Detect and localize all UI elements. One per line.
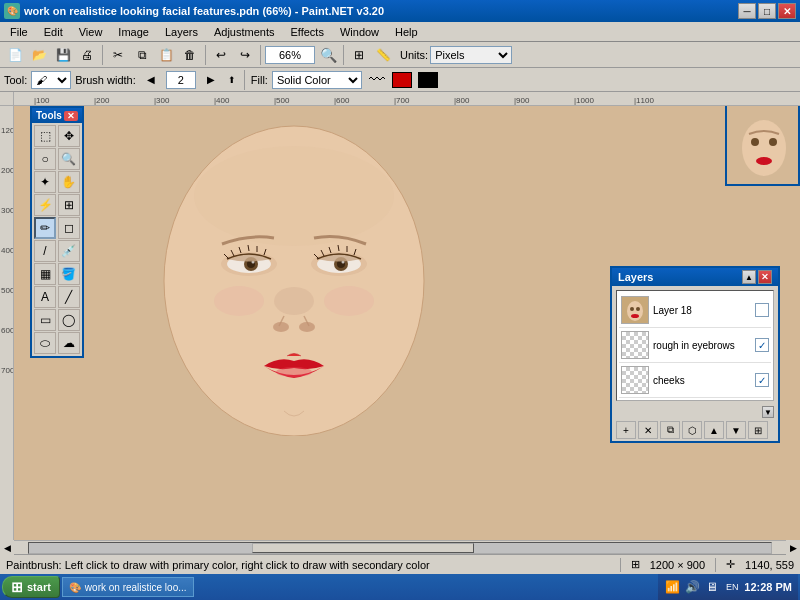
layer-check-eyebrows[interactable]: ✓ — [755, 338, 769, 352]
hscroll-track[interactable] — [28, 542, 772, 554]
tool-move[interactable]: ✥ — [58, 125, 80, 147]
tool-ellipse[interactable]: ◯ — [58, 309, 80, 331]
cut-button[interactable]: ✂ — [107, 44, 129, 66]
grid-button[interactable]: ⊞ — [348, 44, 370, 66]
tool-rectangle[interactable]: ▭ — [34, 309, 56, 331]
zoom-input[interactable] — [265, 46, 315, 64]
ruler-horizontal: |100 |200 |300 |400 |500 |600 |700 |800 … — [14, 92, 800, 106]
layer-name-18: Layer 18 — [653, 305, 751, 316]
menu-layers[interactable]: Layers — [157, 24, 206, 40]
delete-button[interactable]: 🗑 — [179, 44, 201, 66]
menu-effects[interactable]: Effects — [283, 24, 332, 40]
brush-width-input[interactable] — [166, 71, 196, 89]
open-button[interactable]: 📂 — [28, 44, 50, 66]
layer-down-button[interactable]: ▼ — [726, 421, 746, 439]
tool-line[interactable]: ╱ — [58, 286, 80, 308]
redo-button[interactable]: ↪ — [234, 44, 256, 66]
tool-recolor[interactable]: ⚡ — [34, 194, 56, 216]
ruler-mark: |100 — [34, 96, 49, 105]
layer-duplicate-button[interactable]: ⧉ — [660, 421, 680, 439]
tool-text[interactable]: A — [34, 286, 56, 308]
layer-row-cheeks[interactable]: cheeks ✓ — [619, 363, 771, 398]
print-button[interactable]: 🖨 — [76, 44, 98, 66]
maximize-button[interactable]: □ — [758, 3, 776, 19]
display-icon[interactable]: 🖥 — [704, 579, 720, 595]
rv-mark: 300 — [1, 206, 14, 215]
menu-window[interactable]: Window — [332, 24, 387, 40]
close-button[interactable]: ✕ — [778, 3, 796, 19]
tool-gradient[interactable]: ▦ — [34, 263, 56, 285]
units-select[interactable]: Pixels Inches Centimeters — [430, 46, 512, 64]
menu-image[interactable]: Image — [110, 24, 157, 40]
layer-delete-button[interactable]: ✕ — [638, 421, 658, 439]
tool-clone[interactable]: ⊞ — [58, 194, 80, 216]
tool-paintbrush[interactable]: ✏ — [34, 217, 56, 239]
menu-view[interactable]: View — [71, 24, 111, 40]
layer-row-18[interactable]: Layer 18 — [619, 293, 771, 328]
layer-check-18[interactable] — [755, 303, 769, 317]
ruler-mark: |600 — [334, 96, 349, 105]
zoom-in-button[interactable]: 🔍 — [317, 44, 339, 66]
tool-lasso[interactable]: ○ — [34, 148, 56, 170]
menu-help[interactable]: Help — [387, 24, 426, 40]
start-button[interactable]: ⊞ start — [2, 576, 60, 598]
canvas-area[interactable]: Tools ✕ ⬚ ✥ ○ 🔍 ✦ ✋ ⚡ ⊞ ✏ ◻ / 💉 ▦ — [14, 106, 800, 540]
svg-point-5 — [273, 322, 289, 332]
svg-point-35 — [769, 138, 777, 146]
pen-style-button[interactable]: 〰 — [366, 69, 388, 91]
copy-button[interactable]: ⧉ — [131, 44, 153, 66]
save-button[interactable]: 💾 — [52, 44, 74, 66]
layer-up-button[interactable]: ▲ — [704, 421, 724, 439]
layer-properties-button[interactable]: ⬡ — [682, 421, 702, 439]
tools-close-button[interactable]: ✕ — [64, 111, 78, 121]
brush-width-stepper[interactable]: ⬆ — [226, 69, 238, 91]
tool-select[interactable]: 🖌 — [31, 71, 71, 89]
tool-color-picker[interactable]: 💉 — [58, 240, 80, 262]
taskbar-paintnet-icon: 🎨 — [69, 582, 81, 593]
layer-check-cheeks[interactable]: ✓ — [755, 373, 769, 387]
taskbar-paintnet[interactable]: 🎨 work on realistice loo... — [62, 577, 194, 597]
sep1 — [102, 45, 103, 65]
tool-rect-select[interactable]: ⬚ — [34, 125, 56, 147]
menu-file[interactable]: File — [2, 24, 36, 40]
ruler-button[interactable]: 📏 — [372, 44, 394, 66]
brush-width-plus[interactable]: ▶ — [200, 69, 222, 91]
tool-hand[interactable]: ✋ — [58, 171, 80, 193]
minimize-button[interactable]: ─ — [738, 3, 756, 19]
paste-button[interactable]: 📋 — [155, 44, 177, 66]
hscroll-thumb[interactable] — [252, 543, 475, 553]
undo-button[interactable]: ↩ — [210, 44, 232, 66]
tool-eraser[interactable]: ◻ — [58, 217, 80, 239]
layers-scroll-btn[interactable]: ▼ — [762, 406, 774, 418]
volume-icon[interactable]: 🔊 — [684, 579, 700, 595]
rv-mark: 200 — [1, 166, 14, 175]
layer-add-button[interactable]: + — [616, 421, 636, 439]
tool-magic-wand[interactable]: ✦ — [34, 171, 56, 193]
sep5 — [244, 70, 245, 90]
layer-merge-button[interactable]: ⊞ — [748, 421, 768, 439]
clock: 12:28 PM — [744, 581, 792, 593]
layer-row-eyebrows[interactable]: rough in eyebrows ✓ — [619, 328, 771, 363]
tool-label: Tool: — [4, 74, 27, 86]
layers-panel: Layers ▲ ✕ — [610, 266, 780, 443]
tool-rounded-rect[interactable]: ⬭ — [34, 332, 56, 354]
tool-zoom[interactable]: 🔍 — [58, 148, 80, 170]
horizontal-scrollbar[interactable]: ◀ ▶ — [0, 540, 800, 554]
layers-close-button[interactable]: ✕ — [758, 270, 772, 284]
brush-width-minus[interactable]: ◀ — [140, 69, 162, 91]
fill-select[interactable]: Solid Color No Fill Gradient — [272, 71, 362, 89]
tool-freeform[interactable]: ☁ — [58, 332, 80, 354]
layers-scroll-up[interactable]: ▲ — [742, 270, 756, 284]
menu-edit[interactable]: Edit — [36, 24, 71, 40]
zoom-box: 🔍 — [265, 44, 339, 66]
svg-point-30 — [214, 286, 264, 316]
new-button[interactable]: 📄 — [4, 44, 26, 66]
tool-paint-bucket[interactable]: 🪣 — [58, 263, 80, 285]
secondary-color-swatch[interactable] — [418, 72, 438, 88]
primary-color-swatch[interactable] — [392, 72, 412, 88]
toolbar2: Tool: 🖌 Brush width: ◀ ▶ ⬆ Fill: Solid C… — [0, 68, 800, 92]
menu-adjustments[interactable]: Adjustments — [206, 24, 283, 40]
face-artwork — [94, 116, 494, 436]
network-icon[interactable]: 📶 — [664, 579, 680, 595]
tool-pencil[interactable]: / — [34, 240, 56, 262]
